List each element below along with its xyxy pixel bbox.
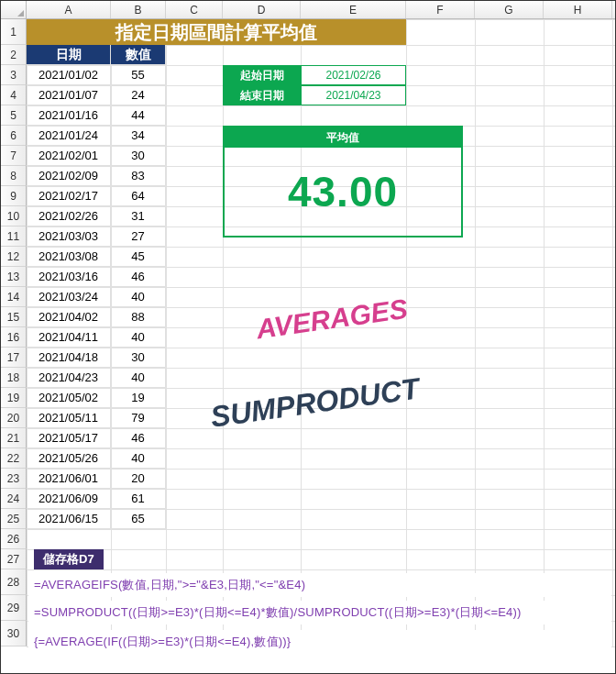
row-header-25[interactable]: 25: [1, 509, 27, 529]
col-header-B[interactable]: B: [111, 1, 166, 18]
date-cell[interactable]: 2021/02/01: [27, 146, 111, 166]
value-cell[interactable]: 40: [111, 368, 166, 388]
row-header-28[interactable]: 28: [1, 569, 27, 595]
row-header-3[interactable]: 3: [1, 65, 27, 85]
date-cell[interactable]: 2021/04/18: [27, 348, 111, 368]
date-cell[interactable]: 2021/03/24: [27, 287, 111, 307]
value-cell[interactable]: 46: [111, 267, 166, 287]
value-cell[interactable]: 46: [111, 428, 166, 448]
row-header-12[interactable]: 12: [1, 247, 27, 267]
formula-1[interactable]: =AVERAGEIFS(數值,日期,">="&E3,日期,"<="&E4): [28, 573, 611, 597]
date-cell[interactable]: 2021/06/15: [27, 509, 111, 529]
average-box: 平均值 43.00: [223, 126, 463, 238]
date-cell[interactable]: 2021/02/26: [27, 206, 111, 227]
row-header-14[interactable]: 14: [1, 287, 27, 307]
value-cell[interactable]: 34: [111, 126, 166, 146]
formula-3[interactable]: {=AVERAGE(IF((日期>=E3)*(日期<=E4),數值))}: [28, 630, 611, 654]
row-header-15[interactable]: 15: [1, 307, 27, 327]
date-cell[interactable]: 2021/06/09: [27, 489, 111, 509]
value-cell[interactable]: 45: [111, 247, 166, 267]
date-cell[interactable]: 2021/01/16: [27, 105, 111, 126]
row-header-23[interactable]: 23: [1, 469, 27, 489]
col-header-A[interactable]: A: [27, 1, 111, 18]
value-cell[interactable]: 27: [111, 227, 166, 247]
start-date-value[interactable]: 2021/02/26: [301, 65, 406, 85]
date-cell[interactable]: 2021/03/03: [27, 227, 111, 247]
row-header-13[interactable]: 13: [1, 267, 27, 287]
date-cell[interactable]: 2021/05/26: [27, 448, 111, 469]
value-cell[interactable]: 30: [111, 146, 166, 166]
value-cell[interactable]: 40: [111, 327, 166, 348]
row-header-18[interactable]: 18: [1, 368, 27, 388]
row-header-1[interactable]: 1: [1, 19, 27, 45]
date-cell[interactable]: 2021/05/11: [27, 408, 111, 428]
date-cell[interactable]: 2021/03/16: [27, 267, 111, 287]
date-cell[interactable]: 2021/01/02: [27, 65, 111, 85]
row-header-11[interactable]: 11: [1, 227, 27, 247]
date-cell[interactable]: 2021/02/09: [27, 166, 111, 186]
value-cell[interactable]: 79: [111, 408, 166, 428]
col-header-E[interactable]: E: [301, 1, 406, 18]
row-header-9[interactable]: 9: [1, 186, 27, 206]
row-header-8[interactable]: 8: [1, 166, 27, 186]
row-header-4[interactable]: 4: [1, 85, 27, 105]
formula-2[interactable]: =SUMPRODUCT((日期>=E3)*(日期<=E4)*數值)/SUMPRO…: [28, 601, 611, 624]
row-header-21[interactable]: 21: [1, 428, 27, 448]
col-header-F[interactable]: F: [406, 1, 475, 18]
value-cell[interactable]: 61: [111, 489, 166, 509]
row-header-22[interactable]: 22: [1, 448, 27, 469]
row-header-24[interactable]: 24: [1, 489, 27, 509]
value-cell[interactable]: 24: [111, 85, 166, 105]
end-date-value[interactable]: 2021/04/23: [301, 85, 406, 105]
end-date-label[interactable]: 結束日期: [223, 85, 301, 105]
value-cell[interactable]: 88: [111, 307, 166, 327]
average-value: 43.00: [225, 148, 461, 236]
row-header-19[interactable]: 19: [1, 388, 27, 408]
value-cell[interactable]: 30: [111, 348, 166, 368]
row-header-29[interactable]: 29: [1, 595, 27, 621]
row-header-20[interactable]: 20: [1, 408, 27, 428]
value-cell[interactable]: 65: [111, 509, 166, 529]
value-cell[interactable]: 40: [111, 448, 166, 469]
row-header-2[interactable]: 2: [1, 45, 27, 65]
date-cell[interactable]: 2021/05/02: [27, 388, 111, 408]
row-headers: 1234567891011121314151617181920212223242…: [1, 19, 27, 646]
row-header-6[interactable]: 6: [1, 126, 27, 146]
row-header-10[interactable]: 10: [1, 206, 27, 227]
row-header-30[interactable]: 30: [1, 621, 27, 646]
value-cell[interactable]: 40: [111, 287, 166, 307]
col-header-H[interactable]: H: [544, 1, 612, 18]
date-cell[interactable]: 2021/04/23: [27, 368, 111, 388]
header-date[interactable]: 日期: [27, 45, 111, 65]
row-header-7[interactable]: 7: [1, 146, 27, 166]
value-cell[interactable]: 44: [111, 105, 166, 126]
date-cell[interactable]: 2021/01/24: [27, 126, 111, 146]
date-cell[interactable]: 2021/05/17: [27, 428, 111, 448]
row-header-5[interactable]: 5: [1, 105, 27, 126]
date-cell[interactable]: 2021/02/17: [27, 186, 111, 206]
row-header-16[interactable]: 16: [1, 327, 27, 348]
header-value[interactable]: 數值: [111, 45, 166, 65]
row-header-26[interactable]: 26: [1, 529, 27, 549]
value-cell[interactable]: 83: [111, 166, 166, 186]
value-cell[interactable]: 55: [111, 65, 166, 85]
date-cell[interactable]: 2021/03/08: [27, 247, 111, 267]
decoration-sumproduct: SUMPRODUCT: [209, 371, 422, 435]
row-header-27[interactable]: 27: [1, 549, 27, 569]
col-header-G[interactable]: G: [475, 1, 544, 18]
col-header-D[interactable]: D: [223, 1, 301, 18]
value-cell[interactable]: 31: [111, 206, 166, 227]
date-cell[interactable]: 2021/06/01: [27, 469, 111, 489]
date-cell[interactable]: 2021/01/07: [27, 85, 111, 105]
col-header-C[interactable]: C: [166, 1, 223, 18]
value-cell[interactable]: 20: [111, 469, 166, 489]
select-all-corner[interactable]: [1, 1, 27, 18]
value-cell[interactable]: 64: [111, 186, 166, 206]
value-cell[interactable]: 19: [111, 388, 166, 408]
date-cell[interactable]: 2021/04/11: [27, 327, 111, 348]
start-date-label[interactable]: 起始日期: [223, 65, 301, 85]
title-banner: 指定日期區間計算平均值: [27, 19, 406, 45]
date-cell[interactable]: 2021/04/02: [27, 307, 111, 327]
average-label: 平均值: [225, 127, 461, 148]
row-header-17[interactable]: 17: [1, 348, 27, 368]
